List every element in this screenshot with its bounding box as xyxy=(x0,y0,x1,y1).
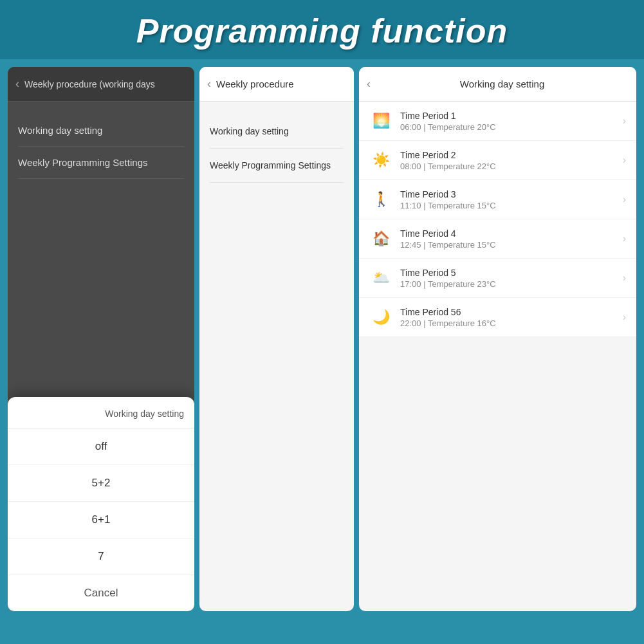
panel-left-item-weekly-programming[interactable]: Weekly Programming Settings xyxy=(18,147,184,179)
header: Programming function xyxy=(0,0,644,59)
time-period-icon-4: 🏠 xyxy=(369,227,392,250)
time-period-chevron-5: › xyxy=(623,272,626,284)
time-period-row-1[interactable]: 🌅 Time Period 1 06:00 | Temperature 20°C… xyxy=(359,102,636,141)
time-period-icon-1: 🌅 xyxy=(369,109,392,133)
time-period-name-2: Time Period 2 xyxy=(400,150,623,160)
panel-left-back-icon[interactable]: ‹ xyxy=(15,77,19,91)
time-period-icon-3: 🚶 xyxy=(369,188,392,211)
time-period-info-1: Time Period 1 06:00 | Temperature 20°C xyxy=(400,111,623,132)
time-period-icon-6: 🌙 xyxy=(369,306,392,329)
time-period-name-3: Time Period 3 xyxy=(400,189,623,199)
time-period-detail-1: 06:00 | Temperature 20°C xyxy=(400,122,623,132)
time-period-row-4[interactable]: 🏠 Time Period 4 12:45 | Temperature 15°C… xyxy=(359,219,636,259)
panel-middle-back-icon[interactable]: ‹ xyxy=(207,77,211,91)
panel-left: ‹ Weekly procedure (working days Working… xyxy=(8,67,194,611)
panel-right-content: 🌅 Time Period 1 06:00 | Temperature 20°C… xyxy=(359,102,636,337)
page-title: Programming function xyxy=(136,12,508,50)
bottom-sheet-option-5plus2[interactable]: 5+2 xyxy=(8,465,194,502)
time-period-name-5: Time Period 5 xyxy=(400,268,623,278)
panel-middle-title: Weekly procedure xyxy=(216,78,294,89)
time-period-detail-4: 12:45 | Temperature 15°C xyxy=(400,240,623,250)
time-period-row-2[interactable]: ☀️ Time Period 2 08:00 | Temperature 22°… xyxy=(359,141,636,180)
panel-middle-item-working-day[interactable]: Working day setting xyxy=(210,115,344,149)
bottom-sheet-option-off[interactable]: off xyxy=(8,428,194,465)
time-period-name-1: Time Period 1 xyxy=(400,111,623,121)
panel-right-footer xyxy=(359,337,636,376)
time-period-detail-5: 17:00 | Temperature 23°C xyxy=(400,279,623,289)
time-period-chevron-6: › xyxy=(623,311,626,323)
bottom-sheet-header: Working day setting xyxy=(8,397,194,428)
bottom-sheet-option-7[interactable]: 7 xyxy=(8,538,194,575)
time-period-icon-2: ☀️ xyxy=(369,149,392,172)
panel-middle-content: Working day setting Weekly Programming S… xyxy=(199,102,354,196)
panel-right: ‹ Working day setting 🌅 Time Period 1 06… xyxy=(359,67,636,611)
panel-left-header: ‹ Weekly procedure (working days xyxy=(8,67,194,102)
time-period-row-5[interactable]: 🌥️ Time Period 5 17:00 | Temperature 23°… xyxy=(359,259,636,298)
time-period-info-4: Time Period 4 12:45 | Temperature 15°C xyxy=(400,228,623,250)
panel-right-back-icon[interactable]: ‹ xyxy=(367,77,371,91)
time-period-chevron-2: › xyxy=(623,154,626,166)
panels-container: ‹ Weekly procedure (working days Working… xyxy=(0,59,644,619)
time-period-row-6[interactable]: 🌙 Time Period 56 22:00 | Temperature 16°… xyxy=(359,298,636,337)
time-period-detail-3: 11:10 | Temperature 15°C xyxy=(400,201,623,210)
panel-middle-item-weekly-programming[interactable]: Weekly Programming Settings xyxy=(210,149,344,183)
time-period-icon-5: 🌥️ xyxy=(369,266,392,290)
bottom-sheet-option-6plus1[interactable]: 6+1 xyxy=(8,502,194,538)
time-period-chevron-1: › xyxy=(623,115,626,127)
time-period-info-6: Time Period 56 22:00 | Temperature 16°C xyxy=(400,307,623,328)
time-period-info-2: Time Period 2 08:00 | Temperature 22°C xyxy=(400,150,623,171)
panel-middle-header: ‹ Weekly procedure xyxy=(199,67,354,102)
bottom-sheet: Working day setting off 5+2 6+1 7 Cancel xyxy=(8,397,194,611)
panel-left-title: Weekly procedure (working days xyxy=(24,79,155,89)
time-period-detail-6: 22:00 | Temperature 16°C xyxy=(400,318,623,328)
time-period-info-5: Time Period 5 17:00 | Temperature 23°C xyxy=(400,268,623,289)
panel-middle: ‹ Weekly procedure Working day setting W… xyxy=(199,67,354,611)
panel-right-header: ‹ Working day setting xyxy=(359,67,636,102)
time-period-info-3: Time Period 3 11:10 | Temperature 15°C xyxy=(400,189,623,210)
time-period-row-3[interactable]: 🚶 Time Period 3 11:10 | Temperature 15°C… xyxy=(359,180,636,219)
time-period-name-6: Time Period 56 xyxy=(400,307,623,317)
time-period-chevron-4: › xyxy=(623,233,626,244)
time-period-chevron-3: › xyxy=(623,194,626,205)
time-period-name-4: Time Period 4 xyxy=(400,228,623,239)
bottom-sheet-cancel-button[interactable]: Cancel xyxy=(8,575,194,611)
panel-left-item-working-day[interactable]: Working day setting xyxy=(18,115,184,147)
panel-right-title: Working day setting xyxy=(376,78,629,89)
time-period-detail-2: 08:00 | Temperature 22°C xyxy=(400,161,623,171)
